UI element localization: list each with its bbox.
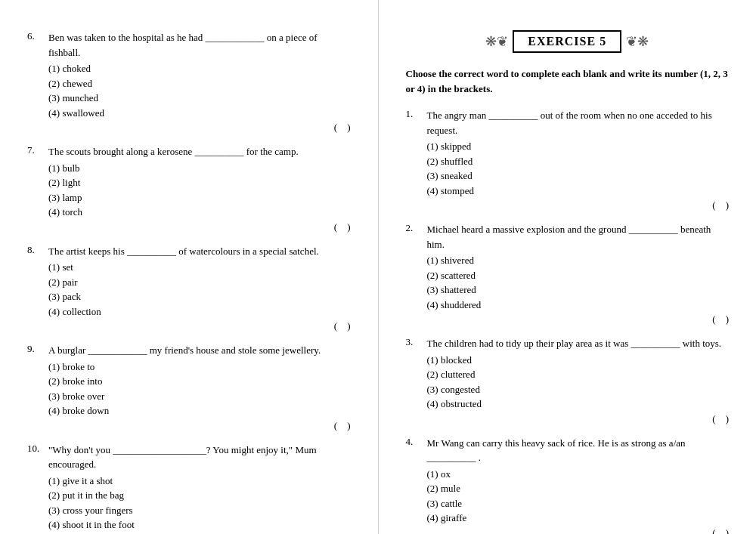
option-item: (4) obstructed (427, 397, 730, 412)
question-text: The children had to tidy up their play a… (427, 336, 730, 351)
question-line: 1.The angry man __________ out of the ro… (406, 108, 730, 137)
question-number: 7. (27, 144, 48, 156)
options-list: (1) set(2) pair(3) pack(4) collection (48, 260, 351, 319)
options-list: (1) skipped(2) shuffled(3) sneaked(4) st… (427, 139, 730, 198)
option-item: (4) stomped (427, 184, 730, 199)
option-item: (4) swallowed (48, 106, 351, 121)
question-line: 9.A burglar ____________ my friend's hou… (27, 343, 351, 358)
question-block: 6.Ben was taken to the hospital as he ha… (27, 30, 351, 134)
question-line: 6.Ben was taken to the hospital as he ha… (27, 30, 351, 60)
exercise-title-box: EXERCISE 5 (513, 30, 621, 53)
question-block: 4.Mr Wang can carry this heavy sack of r… (406, 436, 730, 535)
question-number: 3. (406, 336, 427, 348)
option-item: (4) collection (48, 304, 351, 319)
bracket-line: ( ) (427, 313, 730, 326)
question-number: 8. (27, 244, 48, 256)
option-item: (2) pair (48, 275, 351, 290)
question-number: 4. (406, 436, 427, 448)
options-list: (1) give it a shot(2) put it in the bag(… (48, 474, 351, 532)
option-item: (1) set (48, 260, 351, 275)
option-item: (1) shivered (427, 253, 730, 268)
question-text: The angry man __________ out of the room… (427, 108, 730, 137)
question-number: 6. (27, 30, 48, 42)
title-deco-left: ❋❦ (485, 33, 508, 50)
question-text: The scouts brought along a kerosene ____… (48, 144, 351, 159)
option-item: (2) scattered (427, 268, 730, 283)
question-block: 10."Why don't you ___________________? Y… (27, 443, 351, 535)
option-item: (2) cluttered (427, 367, 730, 382)
question-line: 4.Mr Wang can carry this heavy sack of r… (406, 436, 730, 465)
question-line: 8.The artist keeps his __________ of wat… (27, 244, 351, 259)
options-list: (1) choked(2) chewed(3) munched(4) swall… (48, 61, 351, 120)
option-item: (1) ox (427, 467, 730, 482)
option-item: (1) blocked (427, 353, 730, 368)
left-questions: 6.Ben was taken to the hospital as he ha… (27, 30, 351, 534)
option-item: (4) shuddered (427, 298, 730, 313)
exercise-title-area: ❋❦ EXERCISE 5 ❦❋ (406, 30, 730, 53)
question-block: 9.A burglar ____________ my friend's hou… (27, 343, 351, 432)
option-item: (4) torch (48, 205, 351, 220)
options-list: (1) blocked(2) cluttered(3) congested(4)… (427, 353, 730, 412)
question-block: 1.The angry man __________ out of the ro… (406, 108, 730, 211)
question-text: "Why don't you ___________________? You … (48, 443, 351, 472)
question-text: Mr Wang can carry this heavy sack of ric… (427, 436, 730, 465)
right-questions: 1.The angry man __________ out of the ro… (406, 108, 730, 534)
question-line: 2.Michael heard a massive explosion and … (406, 222, 730, 252)
option-item: (3) broke over (48, 389, 351, 404)
option-item: (3) lamp (48, 190, 351, 205)
option-item: (2) mule (427, 481, 730, 496)
question-line: 10."Why don't you ___________________? Y… (27, 443, 351, 472)
option-item: (3) cattle (427, 496, 730, 511)
bracket-line: ( ) (48, 122, 351, 134)
option-item: (3) sneaked (427, 168, 730, 184)
options-list: (1) broke to(2) broke into(3) broke over… (48, 360, 351, 418)
option-item: (2) chewed (48, 76, 351, 91)
option-item: (2) put it in the bag (48, 488, 351, 503)
option-item: (1) broke to (48, 360, 351, 375)
question-text: A burglar ____________ my friend's house… (48, 343, 351, 358)
instruction-text: Choose the correct word to complete each… (406, 66, 730, 96)
question-block: 8.The artist keeps his __________ of wat… (27, 244, 351, 333)
question-text: The artist keeps his __________ of water… (48, 244, 351, 259)
left-page: 6.Ben was taken to the hospital as he ha… (0, 0, 379, 534)
bracket-line: ( ) (48, 320, 351, 332)
option-item: (1) choked (48, 61, 351, 76)
question-text: Michael heard a massive explosion and th… (427, 222, 730, 252)
question-line: 3.The children had to tidy up their play… (406, 336, 730, 351)
right-page: ❋❦ EXERCISE 5 ❦❋ Choose the correct word… (379, 0, 757, 534)
question-line: 7.The scouts brought along a kerosene __… (27, 144, 351, 159)
option-item: (1) give it a shot (48, 474, 351, 489)
question-number: 1. (406, 108, 427, 120)
bracket-line: ( ) (48, 420, 351, 432)
option-item: (3) cross your fingers (48, 503, 351, 518)
question-number: 9. (27, 343, 48, 355)
option-item: (3) shattered (427, 282, 730, 298)
option-item: (4) broke down (48, 403, 351, 418)
option-item: (2) light (48, 175, 351, 190)
bracket-line: ( ) (427, 413, 730, 425)
option-item: (1) skipped (427, 139, 730, 154)
option-item: (3) congested (427, 382, 730, 397)
title-deco-right: ❦❋ (626, 33, 649, 50)
bracket-line: ( ) (48, 221, 351, 233)
question-block: 2.Michael heard a massive explosion and … (406, 222, 730, 326)
option-item: (2) broke into (48, 374, 351, 389)
options-list: (1) ox(2) mule(3) cattle(4) giraffe (427, 467, 730, 526)
question-number: 10. (27, 443, 48, 455)
question-text: Ben was taken to the hospital as he had … (48, 30, 351, 60)
option-item: (4) giraffe (427, 511, 730, 526)
bracket-line: ( ) (427, 199, 730, 211)
option-item: (2) shuffled (427, 154, 730, 169)
options-list: (1) bulb(2) light(3) lamp(4) torch (48, 161, 351, 220)
bracket-line: ( ) (427, 527, 730, 535)
question-block: 3.The children had to tidy up their play… (406, 336, 730, 425)
option-item: (1) bulb (48, 161, 351, 176)
option-item: (3) pack (48, 289, 351, 304)
options-list: (1) shivered(2) scattered(3) shattered(4… (427, 253, 730, 312)
option-item: (4) shoot it in the foot (48, 517, 351, 532)
option-item: (3) munched (48, 91, 351, 106)
question-block: 7.The scouts brought along a kerosene __… (27, 144, 351, 233)
question-number: 2. (406, 222, 427, 234)
